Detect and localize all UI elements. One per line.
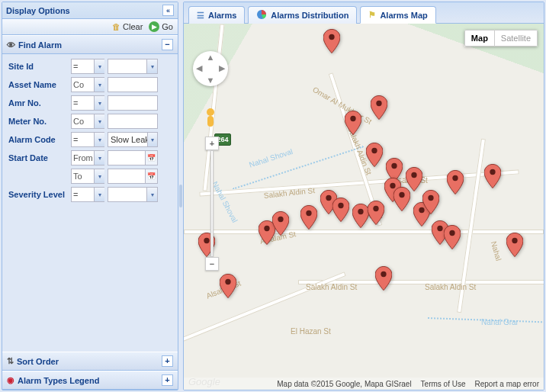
operator-select[interactable]: Co▾	[71, 77, 104, 92]
svg-point-1	[329, 34, 334, 40]
legend-section-header[interactable]: ◉ Alarm Types Legend +	[2, 371, 178, 390]
alarm-map-pin[interactable]	[352, 204, 369, 228]
tab-alarms[interactable]: ☰Alarms	[188, 6, 245, 24]
value-select[interactable]: ▾	[108, 187, 158, 202]
alarm-map-pin[interactable]	[332, 198, 349, 222]
alarm-map-pin[interactable]	[422, 190, 439, 214]
display-options-header: Display Options «	[2, 2, 178, 19]
chevron-down-icon: ▾	[94, 188, 104, 201]
alarm-map-pin[interactable]	[272, 211, 289, 236]
value-input[interactable]	[108, 95, 158, 111]
operator-select[interactable]: =▾	[71, 187, 104, 202]
value-select[interactable]: ▾	[108, 59, 158, 74]
map-type-control: Map Satellite	[464, 30, 538, 47]
display-options-panel: Display Options « 🗑 Clear ▶ Go 👁 Find Al…	[2, 2, 178, 390]
chevron-down-icon: ▾	[94, 133, 104, 146]
map-data-attribution: Map data ©2015 Google, Mapa GISrael	[277, 380, 411, 388]
operator-select[interactable]: =▾	[71, 59, 104, 74]
value-input[interactable]	[108, 77, 158, 92]
map-attribution-bar: Map data ©2015 Google, Mapa GISrael Term…	[184, 378, 544, 390]
zoom-slider[interactable]	[210, 150, 214, 257]
streetview-pegman[interactable]	[202, 108, 219, 130]
svg-point-25	[381, 272, 386, 277]
map-pan-control[interactable]: ▲ ◀▶ ▼	[193, 51, 228, 86]
chevron-down-icon: ▾	[94, 78, 104, 92]
operator-select[interactable]: Co▾	[71, 114, 104, 129]
pan-up-icon[interactable]: ▲	[204, 51, 216, 63]
tab-label: Alarms	[208, 11, 236, 20]
alarm-map-pin[interactable]	[220, 274, 236, 298]
pie-chart-icon	[256, 9, 267, 21]
date-input[interactable]: 📅	[108, 169, 158, 184]
alarm-map-pin[interactable]	[484, 164, 501, 188]
alarm-map-pin[interactable]	[371, 95, 387, 120]
zoom-out-button[interactable]: −	[205, 257, 219, 271]
list-icon: ☰	[197, 11, 204, 21]
legend-title: Alarm Types Legend	[18, 376, 99, 385]
calendar-icon[interactable]: 📅	[145, 169, 157, 183]
svg-point-12	[373, 206, 378, 211]
clear-button[interactable]: 🗑 Clear	[112, 22, 143, 31]
field-label: Start Date	[8, 153, 71, 162]
sort-order-section-header[interactable]: ⇅ Sort Order +	[2, 352, 178, 371]
sort-order-expand-button[interactable]: +	[162, 355, 173, 367]
collapse-left-panel-button[interactable]: «	[162, 5, 174, 16]
svg-point-23	[512, 238, 517, 243]
value-select[interactable]: Slow Leak▾	[108, 132, 158, 147]
legend-expand-button[interactable]: +	[162, 374, 173, 386]
alarm-map-pin[interactable]	[323, 29, 340, 53]
globe-refresh-icon: ◉	[7, 375, 14, 385]
chevron-down-icon: ▾	[146, 59, 157, 73]
alarm-map-pin[interactable]	[300, 205, 317, 230]
terms-of-use-link[interactable]: Terms of Use	[421, 380, 466, 388]
find-alarm-row: Start DateFrom▾📅	[8, 150, 172, 165]
report-map-error-link[interactable]: Report a map error	[475, 380, 539, 388]
svg-point-20	[449, 230, 454, 236]
find-alarm-section-header[interactable]: 👁 Find Alarm −	[2, 35, 178, 54]
road-label: Salakh Aldin St	[425, 283, 476, 291]
map-type-map[interactable]: Map	[464, 30, 495, 47]
date-input[interactable]: 📅	[108, 150, 158, 165]
alarm-map-pin[interactable]	[366, 143, 383, 167]
svg-point-9	[326, 195, 331, 201]
alarms-map[interactable]: 264 Ra Omar Al Mukhtar St Salakh Aldin S…	[184, 24, 544, 390]
svg-point-16	[399, 192, 404, 198]
tab-map[interactable]: ⚑Alarms Map	[360, 6, 435, 24]
main-panel: ☰AlarmsAlarms Distribution⚑Alarms Map 26…	[183, 2, 544, 390]
svg-point-22	[490, 169, 495, 175]
svg-point-26	[207, 108, 214, 116]
svg-point-11	[358, 209, 363, 214]
pan-right-icon[interactable]: ▶	[217, 63, 228, 74]
operator-select[interactable]: To▾	[71, 169, 104, 184]
alarm-map-pin[interactable]	[506, 233, 523, 257]
tab-dist[interactable]: Alarms Distribution	[248, 6, 357, 24]
field-label: Site Id	[8, 62, 71, 71]
pan-down-icon[interactable]: ▼	[204, 75, 216, 86]
sort-icon: ⇅	[7, 356, 14, 366]
find-alarm-row: To▾📅	[8, 169, 172, 184]
svg-point-3	[350, 116, 355, 121]
alarm-map-pin[interactable]	[368, 201, 384, 225]
alarm-map-pin[interactable]	[393, 187, 410, 211]
broom-icon: 🗑	[112, 22, 120, 31]
chevron-down-icon: ▾	[94, 151, 104, 165]
map-zoom-control: + −	[205, 137, 219, 271]
calendar-icon[interactable]: 📅	[145, 151, 157, 165]
operator-select[interactable]: =▾	[71, 132, 104, 147]
value-input[interactable]	[108, 114, 158, 129]
chevron-down-icon: ▾	[146, 188, 157, 201]
pan-left-icon[interactable]: ◀	[193, 63, 204, 74]
go-button[interactable]: ▶ Go	[149, 21, 173, 32]
operator-select[interactable]: From▾	[71, 150, 104, 165]
alarm-map-pin[interactable]	[345, 111, 361, 135]
operator-select[interactable]: =▾	[71, 95, 104, 111]
svg-point-7	[278, 217, 283, 222]
alarm-map-pin[interactable]	[447, 170, 464, 194]
alarm-map-pin[interactable]	[375, 266, 392, 291]
alarm-map-pin[interactable]	[444, 225, 461, 249]
svg-point-18	[428, 195, 433, 201]
map-type-satellite[interactable]: Satellite	[495, 30, 538, 47]
zoom-in-button[interactable]: +	[205, 137, 219, 150]
chevron-left-double-icon: «	[166, 7, 170, 14]
find-alarm-collapse-button[interactable]: −	[162, 39, 173, 50]
